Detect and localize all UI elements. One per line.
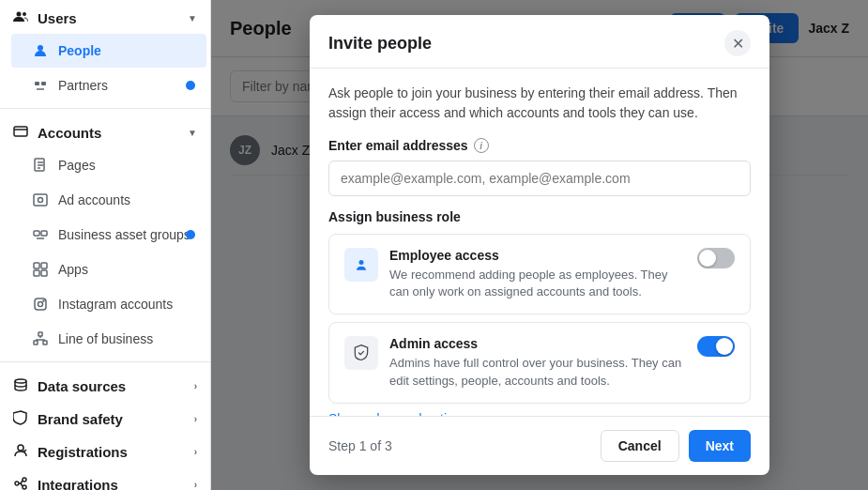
partners-badge xyxy=(186,81,195,90)
business-asset-groups-icon xyxy=(32,226,49,243)
svg-rect-19 xyxy=(38,332,42,336)
sidebar-item-line-of-business[interactable]: Line of business xyxy=(11,322,206,356)
sidebar-item-instagram-accounts[interactable]: Instagram accounts xyxy=(11,287,206,321)
svg-point-24 xyxy=(15,482,19,485)
sidebar-section-registrations[interactable]: Registrations › xyxy=(0,434,210,467)
toggle-knob xyxy=(699,250,716,267)
sidebar-item-partners-label: Partners xyxy=(58,78,193,93)
employee-role-name: Employee access xyxy=(389,248,686,263)
svg-rect-5 xyxy=(14,127,27,136)
svg-point-17 xyxy=(38,302,43,307)
svg-rect-20 xyxy=(34,341,38,345)
svg-rect-11 xyxy=(41,231,47,236)
sidebar-item-business-asset-groups[interactable]: Business asset groups xyxy=(11,218,206,252)
close-button[interactable]: ✕ xyxy=(724,30,751,56)
users-items: People Partners xyxy=(0,34,210,102)
person-icon xyxy=(32,42,49,59)
data-sources-icon xyxy=(13,377,28,395)
ad-accounts-icon xyxy=(32,191,49,208)
toggle-knob-admin xyxy=(716,338,733,355)
sidebar-section-integrations[interactable]: Integrations › xyxy=(0,467,210,490)
main-content: People Add Invite Jacx Z JZ Jacx Z Invit… xyxy=(211,0,868,490)
users-icon xyxy=(13,9,28,27)
admin-icon xyxy=(344,336,378,370)
svg-point-18 xyxy=(43,300,44,301)
sidebar-section-data-sources-label: Data sources xyxy=(38,378,126,394)
svg-rect-3 xyxy=(35,82,39,85)
admin-access-option: Admin access Admins have full control ov… xyxy=(328,322,751,403)
accounts-items: Pages Ad accounts Business asset groups … xyxy=(0,148,210,356)
footer-buttons: Cancel Next xyxy=(601,430,751,462)
svg-point-1 xyxy=(23,12,26,16)
admin-role-text: Admin access Admins have full control ov… xyxy=(389,336,686,389)
step-indicator: Step 1 of 3 xyxy=(328,438,392,453)
modal-footer: Step 1 of 3 Cancel Next xyxy=(310,416,769,475)
sidebar-section-users[interactable]: Users ▼ xyxy=(0,0,210,33)
svg-point-28 xyxy=(359,260,364,265)
next-button[interactable]: Next xyxy=(689,430,751,462)
sidebar-section-integrations-label: Integrations xyxy=(38,477,118,490)
sidebar-item-pages[interactable]: Pages xyxy=(11,148,206,182)
integrations-icon xyxy=(13,476,28,490)
svg-rect-14 xyxy=(34,270,39,276)
modal-title: Invite people xyxy=(328,34,432,54)
sidebar-item-apps-label: Apps xyxy=(58,262,193,277)
registrations-icon xyxy=(13,443,28,461)
email-input[interactable] xyxy=(328,161,751,196)
sidebar-item-ad-accounts-label: Ad accounts xyxy=(58,192,193,207)
admin-toggle[interactable] xyxy=(697,336,735,357)
divider-2 xyxy=(0,361,210,362)
line-of-business-icon xyxy=(32,330,49,347)
sidebar-section-brand-safety[interactable]: Brand safety › xyxy=(0,401,210,434)
divider-1 xyxy=(0,108,210,109)
pages-icon xyxy=(32,157,49,174)
employee-icon xyxy=(344,248,378,282)
sidebar-item-partners[interactable]: Partners xyxy=(11,69,206,102)
svg-rect-13 xyxy=(41,263,47,268)
chevron-down-icon-2: ▼ xyxy=(188,128,197,138)
svg-point-0 xyxy=(17,12,22,17)
modal-overlay: Invite people ✕ Ask people to join your … xyxy=(211,0,868,490)
chevron-right-icon-int: › xyxy=(194,480,197,490)
role-label: Assign business role xyxy=(328,209,751,224)
sidebar-item-ad-accounts[interactable]: Ad accounts xyxy=(11,183,206,217)
sidebar-item-pages-label: Pages xyxy=(58,158,193,173)
svg-point-23 xyxy=(18,445,23,451)
admin-role-name: Admin access xyxy=(389,336,686,351)
sidebar-section-data-sources[interactable]: Data sources › xyxy=(0,368,210,401)
svg-rect-21 xyxy=(43,341,47,345)
chevron-down-icon: ▼ xyxy=(188,13,197,23)
cancel-button[interactable]: Cancel xyxy=(601,430,679,462)
sidebar-item-line-of-business-label: Line of business xyxy=(58,331,193,346)
accounts-icon xyxy=(13,124,28,142)
invite-modal: Invite people ✕ Ask people to join your … xyxy=(310,15,769,475)
brand-safety-icon xyxy=(13,410,28,428)
sidebar-item-people[interactable]: People xyxy=(11,34,206,68)
email-field-label: Enter email addresses i xyxy=(328,138,751,153)
sidebar-item-people-label: People xyxy=(58,43,193,58)
instagram-icon xyxy=(32,296,49,313)
info-icon: i xyxy=(474,138,489,153)
sidebar-section-accounts-label: Accounts xyxy=(38,125,101,141)
modal-body: Ask people to join your business by ente… xyxy=(310,69,769,416)
business-asset-groups-badge xyxy=(186,230,195,239)
employee-access-option: Employee access We recommend adding peop… xyxy=(328,234,751,314)
chevron-right-icon-reg: › xyxy=(194,447,197,457)
sidebar: Users ▼ People Partners Accounts ▼ xyxy=(0,0,211,490)
modal-header: Invite people ✕ xyxy=(310,15,769,69)
employee-toggle[interactable] xyxy=(697,248,735,268)
svg-rect-4 xyxy=(41,82,46,85)
svg-rect-15 xyxy=(41,270,47,276)
chevron-right-icon-bs: › xyxy=(194,414,197,424)
sidebar-item-apps[interactable]: Apps xyxy=(11,253,206,286)
modal-description: Ask people to join your business by ente… xyxy=(328,84,751,123)
sidebar-section-users-label: Users xyxy=(38,10,77,26)
sidebar-section-accounts[interactable]: Accounts ▼ xyxy=(0,115,210,147)
apps-icon xyxy=(32,261,49,278)
sidebar-item-business-asset-groups-label: Business asset groups xyxy=(58,227,193,242)
svg-point-2 xyxy=(38,45,43,51)
svg-rect-12 xyxy=(34,263,39,268)
svg-rect-8 xyxy=(34,194,47,206)
admin-role-desc: Admins have full control over your busin… xyxy=(389,355,686,389)
svg-rect-10 xyxy=(34,231,39,236)
